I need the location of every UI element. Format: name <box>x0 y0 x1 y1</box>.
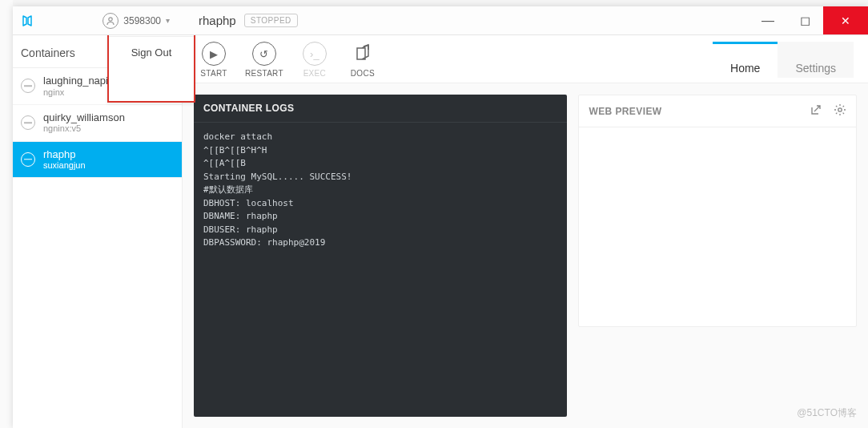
main-area: ▶ START ↺ RESTART ›_ EXEC DOCS <box>183 35 868 428</box>
docs-label: DOCS <box>351 69 375 78</box>
exec-label: EXEC <box>303 69 326 78</box>
account-id: 3598300 <box>123 15 161 26</box>
background-remnant <box>0 0 13 428</box>
user-icon <box>102 13 119 29</box>
watermark: @51CTO博客 <box>797 406 857 420</box>
container-sub: ngninx:v5 <box>43 123 125 134</box>
preview-actions <box>810 103 846 119</box>
start-button[interactable]: ▶ START <box>197 42 231 78</box>
docs-button[interactable]: DOCS <box>346 42 380 78</box>
restart-label: RESTART <box>245 69 283 78</box>
container-list: laughing_napier nginx quirky_williamson … <box>13 68 182 428</box>
titlebar-mid: rhaphp STOPPED <box>183 6 749 34</box>
status-stopped-icon <box>21 115 35 130</box>
chevron-down-icon: ▾ <box>166 16 170 25</box>
minimize-icon: — <box>762 14 774 28</box>
sidebar: Sign Out Containers laughing_napier ngin… <box>13 35 183 428</box>
terminal-icon: ›_ <box>303 42 327 66</box>
signout-item[interactable]: Sign Out <box>109 37 194 68</box>
container-name: quirky_williamson <box>43 111 125 124</box>
tab-settings[interactable]: Settings <box>778 42 854 78</box>
account-menu[interactable]: 3598300 ▾ <box>96 10 176 32</box>
titlebar: 3598300 ▾ rhaphp STOPPED — ◻ ✕ <box>13 6 868 35</box>
start-label: START <box>200 69 227 78</box>
status-badge: STOPPED <box>244 14 298 27</box>
app-window: 3598300 ▾ rhaphp STOPPED — ◻ ✕ Sign Out … <box>13 6 868 428</box>
toolbar: ▶ START ↺ RESTART ›_ EXEC DOCS <box>183 35 868 83</box>
account-dropdown: Sign Out <box>107 35 195 103</box>
exec-button: ›_ EXEC <box>298 42 332 78</box>
tab-home[interactable]: Home <box>713 42 778 78</box>
container-item-rhaphp[interactable]: rhaphp suxiangjun <box>13 142 182 179</box>
logs-panel: CONTAINER LOGS docker attach ^[[B^[[B^H^… <box>194 95 567 417</box>
preview-header: WEB PREVIEW <box>579 95 856 127</box>
close-icon: ✕ <box>841 14 850 27</box>
external-link-icon <box>351 42 375 66</box>
container-title: rhaphp <box>199 14 236 27</box>
web-preview-panel: WEB PREVIEW <box>578 95 857 327</box>
maximize-button[interactable]: ◻ <box>786 6 823 34</box>
tab-bar: Home Settings <box>713 42 854 78</box>
app-body: Sign Out Containers laughing_napier ngin… <box>13 35 868 428</box>
svg-point-0 <box>109 17 112 20</box>
open-external-icon[interactable] <box>810 103 822 119</box>
content-area: CONTAINER LOGS docker attach ^[[B^[[B^H^… <box>183 83 868 428</box>
logs-output[interactable]: docker attach ^[[B^[[B^H^H ^[[A^[[B Star… <box>194 123 567 417</box>
container-sub: nginx <box>43 87 118 98</box>
container-name: laughing_napier <box>43 75 118 87</box>
close-button[interactable]: ✕ <box>823 6 868 34</box>
app-logo-icon <box>21 13 37 29</box>
logs-title: CONTAINER LOGS <box>194 95 567 123</box>
gear-icon[interactable] <box>834 103 846 119</box>
svg-point-1 <box>838 108 842 111</box>
titlebar-left: 3598300 ▾ <box>13 6 183 34</box>
restart-icon: ↺ <box>252 42 276 66</box>
window-controls: — ◻ ✕ <box>749 6 868 34</box>
container-item-quirky-williamson[interactable]: quirky_williamson ngninx:v5 <box>13 105 182 142</box>
preview-title: WEB PREVIEW <box>589 106 661 117</box>
status-stopped-icon <box>21 79 35 93</box>
container-name: rhaphp <box>43 148 86 161</box>
maximize-icon: ◻ <box>800 13 810 28</box>
minimize-button[interactable]: — <box>749 6 786 34</box>
restart-button[interactable]: ↺ RESTART <box>245 42 283 78</box>
status-stopped-icon <box>21 152 35 167</box>
play-icon: ▶ <box>202 42 226 66</box>
container-sub: suxiangjun <box>43 160 86 171</box>
